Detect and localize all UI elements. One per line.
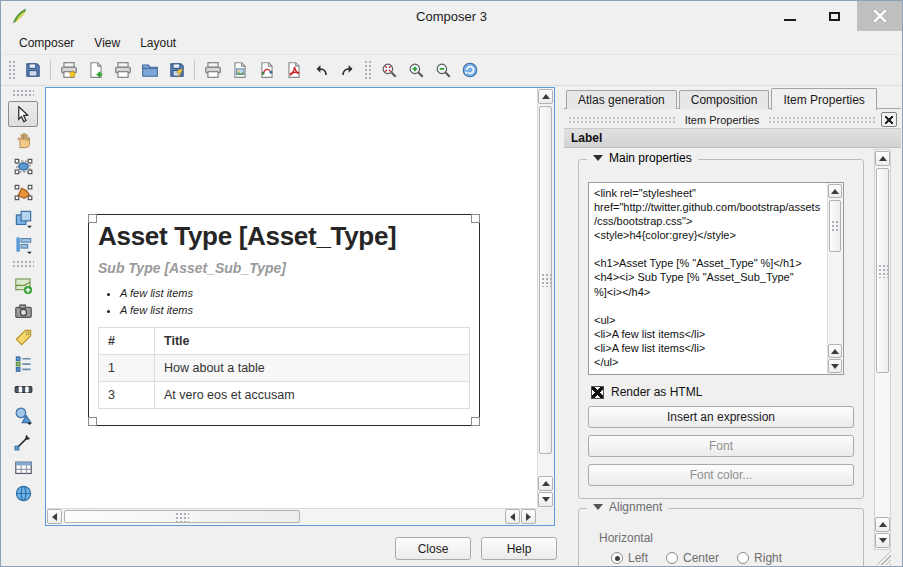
add-label-button[interactable] bbox=[8, 324, 38, 350]
resize-handle-bottom-right[interactable] bbox=[471, 417, 480, 426]
insert-expression-button[interactable]: Insert an expression bbox=[588, 406, 854, 428]
maximize-icon[interactable] bbox=[812, 1, 857, 31]
duplicate-composer-button[interactable] bbox=[82, 57, 109, 83]
toolbox-drag-handle[interactable] bbox=[12, 260, 34, 268]
dock-scrollbar[interactable] bbox=[874, 149, 891, 550]
radio-label: Left bbox=[628, 551, 648, 565]
resize-grip[interactable] bbox=[875, 551, 891, 565]
editor-scroll-thumb[interactable] bbox=[829, 200, 841, 252]
add-arrow-button[interactable] bbox=[8, 428, 38, 454]
close-icon[interactable] bbox=[857, 1, 902, 31]
undo-button[interactable] bbox=[307, 57, 334, 83]
scroll-up-icon[interactable] bbox=[828, 184, 842, 198]
export-as-image-button[interactable] bbox=[226, 57, 253, 83]
add-legend-button[interactable] bbox=[8, 350, 38, 376]
scroll-left2-icon[interactable] bbox=[505, 509, 520, 524]
composer-manager-button[interactable] bbox=[109, 57, 136, 83]
add-scalebar-button[interactable] bbox=[8, 376, 38, 402]
dock-title: Item Properties bbox=[676, 114, 769, 126]
collapse-triangle-icon bbox=[593, 504, 603, 510]
move-item-content-button[interactable] bbox=[8, 127, 38, 153]
v-scroll-thumb[interactable] bbox=[539, 106, 552, 454]
alignment-legend[interactable]: Alignment bbox=[587, 500, 668, 514]
toolbox-drag-handle[interactable] bbox=[12, 89, 34, 97]
menu-layout[interactable]: Layout bbox=[130, 32, 186, 54]
label-html-editor[interactable]: <link rel="stylesheet" href="http://twit… bbox=[588, 182, 844, 375]
help-button[interactable]: Help bbox=[481, 537, 557, 560]
scroll-up2-icon[interactable] bbox=[875, 517, 890, 532]
zoom-full-button[interactable] bbox=[375, 57, 402, 83]
dock-drag-dots bbox=[768, 116, 876, 124]
save-project-button[interactable] bbox=[19, 57, 46, 83]
minimize-icon[interactable] bbox=[767, 1, 812, 31]
export-as-pdf-button[interactable] bbox=[280, 57, 307, 83]
resize-handle-top-left[interactable] bbox=[88, 214, 97, 223]
dock-scroll-thumb[interactable] bbox=[876, 168, 889, 373]
refresh-view-button[interactable] bbox=[456, 57, 483, 83]
zoom-out-button[interactable] bbox=[429, 57, 456, 83]
scroll-up2-icon[interactable] bbox=[828, 344, 842, 358]
new-composer-button[interactable] bbox=[55, 57, 82, 83]
add-shape-icon bbox=[14, 406, 33, 425]
radio-option-center[interactable]: Center bbox=[666, 551, 719, 565]
toolbar-drag-handle[interactable] bbox=[364, 60, 372, 80]
align-items-button[interactable] bbox=[8, 231, 38, 257]
scroll-down-icon[interactable] bbox=[875, 533, 890, 548]
resize-handle-bottom-left[interactable] bbox=[88, 417, 97, 426]
dock-close-icon[interactable] bbox=[881, 112, 897, 127]
scroll-left-icon[interactable] bbox=[47, 509, 62, 524]
dock-title-bar[interactable]: Item Properties bbox=[568, 112, 897, 127]
add-image-button[interactable] bbox=[8, 298, 38, 324]
item-properties-dock: Item Properties Label Main properties <l… bbox=[564, 108, 901, 566]
radio-option-left[interactable]: Left bbox=[611, 551, 648, 565]
font-color-button[interactable]: Font color... bbox=[588, 464, 854, 486]
font-button[interactable]: Font bbox=[588, 435, 854, 457]
select-move-item-icon bbox=[14, 105, 33, 124]
toolbar-drag-handle[interactable] bbox=[8, 60, 16, 80]
save-as-template-button[interactable] bbox=[163, 57, 190, 83]
editor-scrollbar[interactable] bbox=[827, 183, 843, 374]
radio-option-right[interactable]: Right bbox=[737, 551, 782, 565]
tab-composition[interactable]: Composition bbox=[679, 90, 770, 109]
close-button[interactable]: Close bbox=[395, 537, 471, 560]
scroll-right-icon[interactable] bbox=[521, 509, 536, 524]
raise-items-button[interactable] bbox=[8, 205, 38, 231]
canvas-horizontal-scrollbar[interactable] bbox=[46, 508, 537, 525]
radio-icon[interactable] bbox=[611, 552, 623, 564]
select-move-item-button[interactable] bbox=[8, 101, 38, 127]
add-map-button[interactable] bbox=[8, 272, 38, 298]
canvas-vertical-scrollbar[interactable] bbox=[537, 88, 554, 508]
composition-canvas[interactable]: Asset Type [Asset_Type] Sub Type [Asset_… bbox=[45, 87, 555, 526]
scroll-up-icon[interactable] bbox=[875, 151, 890, 166]
title-bar: Composer 3 bbox=[1, 1, 902, 31]
main-properties-legend[interactable]: Main properties bbox=[587, 151, 698, 165]
label-table: #Title 1How about a table3At vero eos et… bbox=[98, 327, 470, 409]
print-button[interactable] bbox=[199, 57, 226, 83]
label-item[interactable]: Asset Type [Asset_Type] Sub Type [Asset_… bbox=[88, 214, 480, 426]
h-scroll-thumb[interactable] bbox=[64, 510, 300, 523]
dock-tabs: Atlas generationCompositionItem Properti… bbox=[566, 88, 879, 109]
ungroup-items-button[interactable] bbox=[8, 179, 38, 205]
label-list: A few list itemsA few list items bbox=[98, 285, 470, 318]
redo-button[interactable] bbox=[334, 57, 361, 83]
scroll-up2-icon[interactable] bbox=[538, 476, 553, 491]
scroll-up-icon[interactable] bbox=[538, 89, 553, 104]
scroll-down-icon[interactable] bbox=[828, 359, 842, 373]
zoom-in-button[interactable] bbox=[402, 57, 429, 83]
add-shape-button[interactable] bbox=[8, 402, 38, 428]
menu-composer[interactable]: Composer bbox=[9, 32, 84, 54]
menu-view[interactable]: View bbox=[84, 32, 130, 54]
resize-handle-top-right[interactable] bbox=[471, 214, 480, 223]
group-items-button[interactable] bbox=[8, 153, 38, 179]
tab-atlas-generation[interactable]: Atlas generation bbox=[566, 90, 677, 109]
load-from-template-button[interactable] bbox=[136, 57, 163, 83]
radio-icon[interactable] bbox=[737, 552, 749, 564]
radio-icon[interactable] bbox=[666, 552, 678, 564]
render-as-html-checkbox[interactable] bbox=[591, 386, 604, 399]
export-as-svg-button[interactable] bbox=[253, 57, 280, 83]
tab-item-properties[interactable]: Item Properties bbox=[771, 88, 876, 110]
add-attribute-table-button[interactable] bbox=[8, 454, 38, 480]
label-html-source[interactable]: <link rel="stylesheet" href="http://twit… bbox=[594, 186, 822, 371]
add-html-frame-button[interactable] bbox=[8, 480, 38, 506]
scroll-down-icon[interactable] bbox=[538, 492, 553, 507]
